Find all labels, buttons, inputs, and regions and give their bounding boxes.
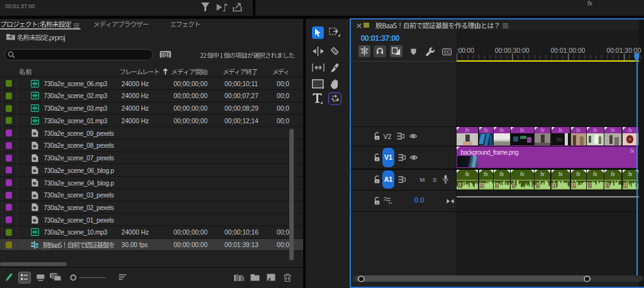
svg-text:CC: CC: [444, 50, 450, 54]
